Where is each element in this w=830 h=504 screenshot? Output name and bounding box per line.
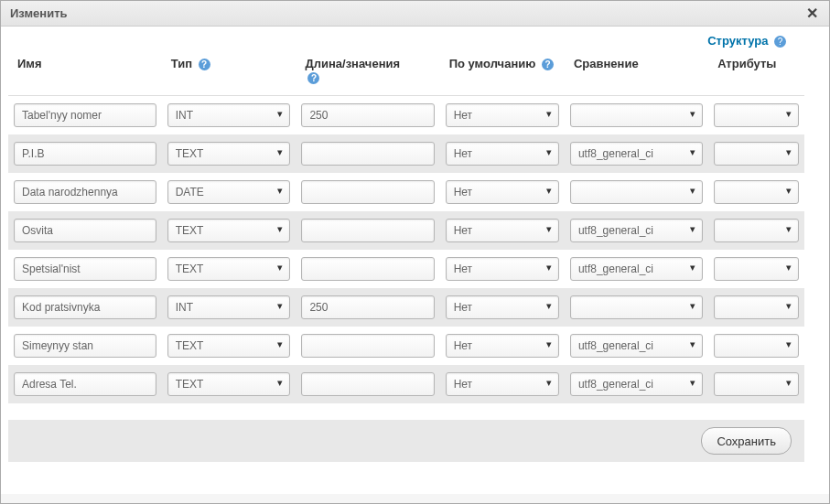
field-default-select[interactable]: Нет [446, 103, 559, 127]
table-row: TEXTНетutf8_general_ci [8, 365, 804, 403]
field-default-select[interactable]: Нет [446, 295, 559, 319]
field-length-input[interactable] [301, 372, 434, 396]
fields-table: Имя Тип ? Длина/значения ? По умолчанию … [8, 51, 804, 403]
header-collation: Сравнение [565, 51, 708, 96]
field-type-select[interactable]: INT [167, 103, 291, 127]
table-row: TEXTНетutf8_general_ci [8, 250, 804, 288]
field-attributes-select[interactable] [714, 334, 799, 358]
header-attributes: Атрибуты [708, 51, 804, 96]
field-type-select[interactable]: TEXT [167, 219, 291, 242]
help-icon[interactable]: ? [542, 59, 554, 70]
dialog-body[interactable]: Структура ? Имя Тип ? Длина/значения ? [1, 27, 829, 494]
field-length-input[interactable] [301, 295, 434, 319]
edit-dialog: Изменить ✕ Структура ? Имя Тип ? [0, 0, 830, 504]
table-row: INTНет [8, 288, 804, 327]
field-name-input[interactable] [14, 103, 156, 127]
field-type-select[interactable]: INT [167, 295, 291, 319]
field-name-input[interactable] [14, 142, 156, 166]
field-collation-select[interactable] [570, 295, 703, 319]
field-length-input[interactable] [301, 180, 434, 204]
field-type-select[interactable]: TEXT [167, 372, 291, 396]
field-length-input[interactable] [301, 257, 434, 281]
header-default-label: По умолчанию [449, 57, 536, 70]
field-collation-select[interactable] [570, 103, 703, 127]
field-length-input[interactable] [301, 334, 434, 358]
save-button[interactable]: Сохранить [701, 427, 792, 455]
dialog-footer: Сохранить [8, 420, 804, 462]
field-type-select[interactable]: TEXT [167, 334, 291, 358]
field-collation-select[interactable]: utf8_general_ci [570, 219, 703, 242]
help-icon[interactable]: ? [199, 59, 210, 70]
header-type-label: Тип [171, 57, 192, 70]
structure-breadcrumb: Структура ? [8, 30, 814, 51]
field-default-select[interactable]: Нет [446, 180, 559, 204]
field-default-select[interactable]: Нет [446, 142, 559, 166]
field-attributes-select[interactable] [714, 372, 799, 396]
table-row: TEXTНетutf8_general_ci [8, 327, 804, 365]
dialog-title: Изменить [10, 6, 68, 20]
table-row: TEXTНетutf8_general_ci [8, 211, 804, 250]
field-collation-select[interactable] [570, 180, 703, 204]
table-row: TEXTНетutf8_general_ci [8, 134, 804, 173]
header-length-label: Длина/значения [305, 57, 400, 70]
field-collation-select[interactable]: utf8_general_ci [570, 142, 703, 166]
header-length: Длина/значения ? [296, 51, 439, 96]
close-icon[interactable]: ✕ [803, 5, 822, 22]
field-length-input[interactable] [301, 103, 434, 127]
field-attributes-select[interactable] [714, 142, 799, 166]
dialog-titlebar: Изменить ✕ [1, 1, 829, 27]
field-collation-select[interactable]: utf8_general_ci [570, 334, 703, 358]
field-attributes-select[interactable] [714, 180, 799, 204]
field-attributes-select[interactable] [714, 295, 799, 319]
field-attributes-select[interactable] [714, 103, 799, 127]
field-attributes-select[interactable] [714, 219, 799, 242]
field-length-input[interactable] [301, 142, 434, 166]
field-name-input[interactable] [14, 372, 156, 396]
field-name-input[interactable] [14, 334, 156, 358]
field-name-input[interactable] [14, 257, 156, 281]
field-type-select[interactable]: TEXT [167, 257, 291, 281]
help-icon[interactable]: ? [774, 36, 786, 48]
header-name: Имя [8, 51, 162, 96]
header-default: По умолчанию ? [440, 51, 565, 96]
structure-link[interactable]: Структура [707, 34, 768, 48]
field-length-input[interactable] [301, 219, 434, 242]
field-default-select[interactable]: Нет [446, 257, 559, 281]
field-default-select[interactable]: Нет [446, 219, 559, 242]
field-type-select[interactable]: TEXT [167, 142, 291, 166]
header-type: Тип ? [162, 51, 296, 96]
field-default-select[interactable]: Нет [446, 334, 559, 358]
table-row: DATEНет [8, 173, 804, 211]
help-icon[interactable]: ? [307, 72, 319, 84]
field-collation-select[interactable]: utf8_general_ci [570, 372, 703, 396]
field-attributes-select[interactable] [714, 257, 799, 281]
field-name-input[interactable] [14, 219, 156, 242]
field-collation-select[interactable]: utf8_general_ci [570, 257, 703, 281]
field-default-select[interactable]: Нет [446, 372, 559, 396]
field-name-input[interactable] [14, 295, 156, 319]
field-type-select[interactable]: DATE [167, 180, 291, 204]
field-name-input[interactable] [14, 180, 156, 204]
table-row: INTНет [8, 96, 804, 135]
